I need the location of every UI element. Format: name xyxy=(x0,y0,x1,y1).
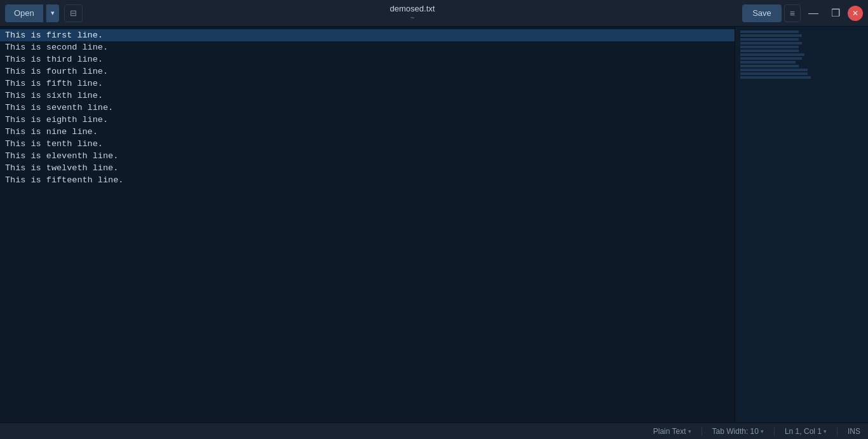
cursor-position-label: Ln 1, Col 1 xyxy=(785,427,822,436)
close-icon: ✕ xyxy=(852,9,858,18)
editor-line[interactable]: This is eighth line. xyxy=(0,114,735,126)
minimap-line xyxy=(740,61,796,64)
editor-line[interactable]: This is fifteenth line. xyxy=(0,174,735,186)
close-button[interactable]: ✕ xyxy=(848,6,863,21)
menu-button[interactable]: ≡ xyxy=(784,4,801,22)
hamburger-icon: ≡ xyxy=(790,8,795,18)
maximize-button[interactable]: ❒ xyxy=(826,4,845,22)
minimap-content xyxy=(735,27,868,109)
editor-lines: This is first line.This is second line.T… xyxy=(0,29,735,186)
status-separator-3 xyxy=(837,427,837,436)
ins-indicator: INS xyxy=(848,427,860,436)
status-separator-2 xyxy=(774,427,775,436)
editor-line[interactable]: This is first line. xyxy=(0,29,735,41)
tab-width-selector[interactable]: Tab Width: 10 ▾ xyxy=(712,427,764,436)
pin-icon: ⊟ xyxy=(70,8,77,18)
editor-line[interactable]: This is fifth line. xyxy=(0,78,735,90)
language-selector[interactable]: Plain Text ▾ xyxy=(653,427,691,436)
titlebar-right: Save ≡ — ❒ ✕ xyxy=(742,4,863,22)
minimap-line xyxy=(740,34,802,37)
open-dropdown-button[interactable]: ▾ xyxy=(46,4,59,22)
editor-area[interactable]: This is first line.This is second line.T… xyxy=(0,27,735,422)
minimap-line xyxy=(740,50,799,52)
editor-line[interactable]: This is seventh line. xyxy=(0,102,735,114)
statusbar: Plain Text ▾ Tab Width: 10 ▾ Ln 1, Col 1… xyxy=(0,422,868,439)
editor-line[interactable]: This is sixth line. xyxy=(0,90,735,102)
titlebar: Open ▾ ⊟ demosed.txt ~ Save ≡ — ❒ ✕ xyxy=(0,0,868,27)
tab-width-label: Tab Width: 10 xyxy=(712,427,759,436)
minimize-icon: — xyxy=(808,8,818,19)
window-title: demosed.txt xyxy=(390,4,435,14)
cursor-position[interactable]: Ln 1, Col 1 ▾ xyxy=(785,427,827,436)
main-content: This is first line.This is second line.T… xyxy=(0,27,868,422)
titlebar-center: demosed.txt ~ xyxy=(83,4,742,22)
tab-width-dropdown-arrow: ▾ xyxy=(761,428,764,435)
editor-line[interactable]: This is third line. xyxy=(0,53,735,65)
maximize-icon: ❒ xyxy=(831,7,840,19)
save-button[interactable]: Save xyxy=(742,4,782,22)
minimap-line xyxy=(740,42,802,44)
minimap-line xyxy=(740,30,799,33)
pin-button[interactable]: ⊟ xyxy=(64,4,83,22)
minimap-line xyxy=(740,53,804,56)
window-subtitle: ~ xyxy=(410,14,414,22)
minimap-line xyxy=(740,72,808,75)
minimap-line xyxy=(740,76,811,79)
chevron-down-icon: ▾ xyxy=(51,9,55,17)
editor-line[interactable]: This is eleventh line. xyxy=(0,150,735,162)
minimap-line xyxy=(740,57,802,60)
editor-line[interactable]: This is tenth line. xyxy=(0,138,735,150)
language-label: Plain Text xyxy=(653,427,686,436)
status-separator-1 xyxy=(702,427,702,436)
minimap xyxy=(735,27,868,422)
minimap-line xyxy=(740,38,799,41)
editor-line[interactable]: This is fourth line. xyxy=(0,65,735,78)
open-button[interactable]: Open xyxy=(5,4,43,22)
language-dropdown-arrow: ▾ xyxy=(688,428,691,435)
cursor-position-arrow: ▾ xyxy=(824,428,827,435)
minimize-button[interactable]: — xyxy=(803,4,824,22)
editor-line[interactable]: This is twelveth line. xyxy=(0,162,735,174)
minimap-line xyxy=(740,46,799,48)
editor-line[interactable]: This is second line. xyxy=(0,41,735,53)
titlebar-left: Open ▾ ⊟ xyxy=(5,4,83,22)
editor-line[interactable]: This is nine line. xyxy=(0,126,735,138)
minimap-line xyxy=(740,69,808,71)
minimap-line xyxy=(740,65,799,67)
